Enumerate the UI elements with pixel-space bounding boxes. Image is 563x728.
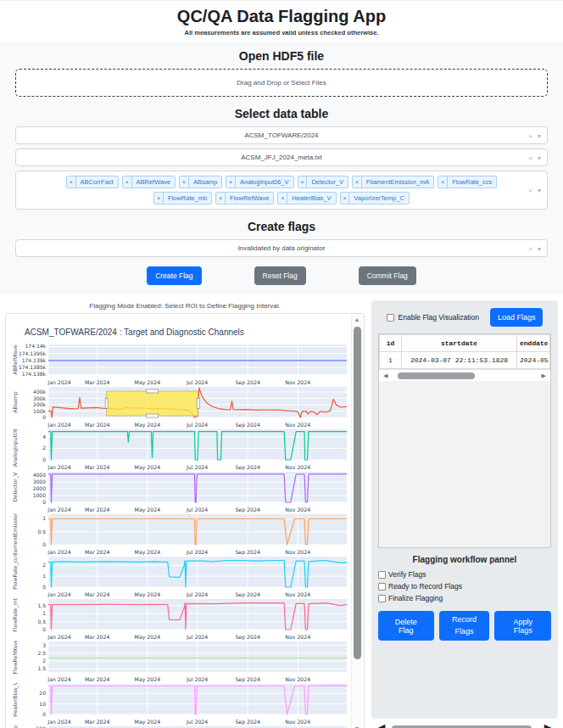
chip-label: ABRefWave xyxy=(132,176,176,188)
x-tick-label: Mar 2024 xyxy=(85,719,109,725)
vertical-scrollbar[interactable]: ▲ ▼ xyxy=(351,316,362,728)
chip-remove-icon[interactable]: × xyxy=(226,176,236,188)
subplot-Detector_V[interactable]: Detector_VJan 2024Mar 2024May 2024Jul 20… xyxy=(11,471,354,513)
chip-remove-icon[interactable]: × xyxy=(278,193,287,204)
apply-flags-button[interactable]: Apply Flags xyxy=(494,611,551,641)
channel-chip[interactable]: ×FlowRate_mb xyxy=(153,192,212,204)
x-tick-label: Jul 2024 xyxy=(186,634,208,641)
x-tick-label: May 2024 xyxy=(135,464,161,471)
table-row[interactable]: 12024-03-07 22:11:53.18282024-05-28 17 xyxy=(380,352,550,369)
meta-file-dropdown[interactable]: ACSM_JFJ_2024_meta.txt × ▾ xyxy=(15,148,548,166)
flags-table[interactable]: idstartdateenddate 12024-03-07 22:11:53.… xyxy=(379,334,550,369)
clear-icon[interactable]: × xyxy=(528,187,532,194)
select-table-heading: Select data table xyxy=(15,107,548,120)
commit-flag-button[interactable]: Commit Flag xyxy=(359,266,416,285)
chip-label: ABsamp xyxy=(189,176,221,188)
channel-multiselect[interactable]: ×ABCorrFact×ABRefWave×ABsamp×AnalogInput… xyxy=(15,171,548,210)
scroll-down-icon[interactable]: ▼ xyxy=(354,725,360,728)
channel-chip[interactable]: ×AnalogInput06_V xyxy=(226,176,293,188)
roi-handle[interactable] xyxy=(147,414,159,417)
create-flag-button[interactable]: Create Flag xyxy=(147,266,201,285)
chip-remove-icon[interactable]: × xyxy=(154,193,164,204)
x-tick-label: Nov 2024 xyxy=(285,379,310,385)
x-tick-label: Sep 2024 xyxy=(235,719,259,725)
clear-icon[interactable]: × xyxy=(528,244,532,252)
enable-flag-viz-checkbox[interactable] xyxy=(387,314,394,322)
chevron-down-icon[interactable]: ▾ xyxy=(538,244,541,252)
chip-remove-icon[interactable]: × xyxy=(438,176,448,188)
open-file-heading: Open HDF5 file xyxy=(15,49,548,63)
load-flags-button[interactable]: Load Flags xyxy=(490,308,543,327)
chip-label: HeaterBias_V xyxy=(287,193,335,204)
channel-chip[interactable]: ×ABRefWave xyxy=(122,176,176,188)
panel-scrollbar-thumb[interactable] xyxy=(392,725,532,728)
chip-remove-icon[interactable]: × xyxy=(353,176,362,188)
roi-handle[interactable] xyxy=(147,389,159,393)
y-tick-label: 1.5 xyxy=(37,602,46,608)
table-scrollbar-thumb[interactable] xyxy=(398,372,475,379)
subplot-FlowRate_mb[interactable]: FlowRate_mbJan 2024Mar 2024May 2024Jul 2… xyxy=(11,598,354,641)
ready-to-record-checkbox[interactable] xyxy=(378,583,386,591)
x-tick-label: Jul 2024 xyxy=(186,507,208,513)
chevron-down-icon[interactable]: ▾ xyxy=(538,187,541,194)
chevron-down-icon[interactable]: ▾ xyxy=(538,154,541,161)
chip-remove-icon[interactable]: × xyxy=(298,176,308,188)
y-axis-label: ABRefWave xyxy=(12,344,18,375)
chip-remove-icon[interactable]: × xyxy=(123,176,132,188)
scroll-left-icon[interactable]: ◀ xyxy=(375,720,385,728)
y-tick-label: 0 xyxy=(42,499,46,505)
x-tick-label: Mar 2024 xyxy=(85,422,109,428)
page-subtitle: All measurements are assumed valid unles… xyxy=(0,29,563,41)
flag-type-dropdown[interactable]: Invalidated by data originator × ▾ xyxy=(15,239,548,257)
subplot-FilamentEmission_mA[interactable]: FilamentEmission_mAJan 2024Mar 2024May 2… xyxy=(11,513,354,556)
record-flags-button[interactable]: Record Flags xyxy=(439,611,490,641)
channel-chip[interactable]: ×ABsamp xyxy=(179,176,222,188)
table-horizontal-scrollbar[interactable]: ◀ ▶ xyxy=(379,369,550,381)
y-tick-label: 0 xyxy=(42,541,46,547)
x-tick-label: Jan 2024 xyxy=(47,719,70,725)
finalize-flagging-checkbox[interactable] xyxy=(378,595,386,602)
chip-remove-icon[interactable]: × xyxy=(180,176,189,188)
y-tick-label: 0 xyxy=(42,456,46,462)
roi-selection[interactable] xyxy=(107,391,198,416)
file-dropzone[interactable]: Drag and Drop or Select Files xyxy=(15,69,548,97)
chip-remove-icon[interactable]: × xyxy=(341,193,350,204)
chevron-down-icon[interactable]: ▾ xyxy=(538,132,541,139)
subplot-FlowRate_ccs[interactable]: FlowRate_ccsJan 2024Mar 2024May 2024Jul … xyxy=(11,556,354,598)
chip-remove-icon[interactable]: × xyxy=(67,176,76,188)
channel-chip[interactable]: ×FilamentEmission_mA xyxy=(352,176,434,188)
subplot-ABsamp[interactable]: ABsampJan 2024Mar 2024May 2024Jul 2024Se… xyxy=(11,386,354,428)
chart-card: ACSM_TOFWARE/2024 : Target and Diagnosti… xyxy=(5,313,365,728)
vertical-scrollbar-thumb[interactable] xyxy=(354,327,361,659)
channel-chip[interactable]: ×FlowRate_ccs xyxy=(438,176,497,188)
x-tick-label: Sep 2024 xyxy=(235,464,259,471)
panel-horizontal-scrollbar[interactable]: ◀ ▶ xyxy=(371,722,558,728)
scroll-right-icon[interactable]: ▶ xyxy=(544,720,555,728)
y-axis-label: FlowRefWave xyxy=(12,641,18,675)
scroll-left-icon[interactable]: ◀ xyxy=(381,372,390,379)
clear-icon[interactable]: × xyxy=(528,154,532,161)
channel-chip[interactable]: ×FlowRefWave xyxy=(215,192,274,204)
channel-chip[interactable]: ×ABCorrFact xyxy=(66,176,119,188)
subplot-FlowRefWave[interactable]: FlowRefWaveJan 2024Mar 2024May 2024Jul 2… xyxy=(11,641,354,683)
roi-handle[interactable] xyxy=(105,399,108,409)
x-tick-label: May 2024 xyxy=(135,549,161,556)
scroll-right-icon[interactable]: ▶ xyxy=(539,372,549,379)
chip-remove-icon[interactable]: × xyxy=(216,193,226,204)
delete-flag-button[interactable]: Delete Flag xyxy=(378,611,434,641)
verify-flags-checkbox[interactable] xyxy=(378,571,386,579)
dropzone-label: Drag and Drop or Select Files xyxy=(237,79,326,87)
channel-chip[interactable]: ×VaporizerTemp_C xyxy=(340,192,410,204)
subplot-AnalogInput06_V[interactable]: AnalogInput06_VJan 2024Mar 2024May 2024J… xyxy=(11,428,354,471)
channel-chip[interactable]: ×HeaterBias_V xyxy=(277,192,336,204)
y-tick-label: 174.1385k xyxy=(19,364,47,370)
x-tick-label: May 2024 xyxy=(135,591,161,598)
reset-flag-button[interactable]: Reset Flag xyxy=(254,266,306,285)
channel-chip[interactable]: ×Detector_V xyxy=(298,176,348,188)
subplot-HeaterBias_V[interactable]: HeaterBias_VJan 2024Mar 2024May 2024Jul … xyxy=(11,683,354,725)
roi-handle[interactable] xyxy=(197,399,199,409)
subplot-ABRefWave[interactable]: ABRefWaveJan 2024Mar 2024May 2024Jul 202… xyxy=(11,344,354,386)
clear-icon[interactable]: × xyxy=(528,132,532,139)
table-group-dropdown[interactable]: ACSM_TOFWARE/2024 × ▾ xyxy=(15,126,548,144)
scroll-up-icon[interactable]: ▲ xyxy=(354,316,360,324)
